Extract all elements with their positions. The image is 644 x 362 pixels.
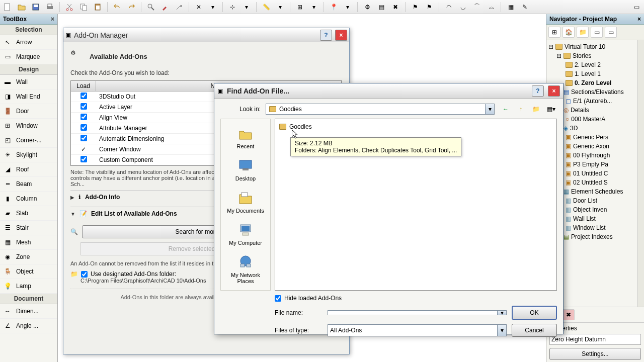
find-close-button[interactable]: × — [548, 85, 560, 97]
grid-icon[interactable]: ⊞ — [294, 2, 305, 13]
place-mydocs[interactable]: My Documents — [221, 186, 270, 218]
tool-angle[interactable]: ∠Angle ... — [0, 319, 57, 333]
panel-icon[interactable]: ▭ — [631, 2, 642, 13]
dropdown3-icon[interactable]: ▾ — [275, 2, 286, 13]
tool-roof[interactable]: ◢Roof — [0, 162, 57, 177]
tool2-icon[interactable]: ▤ — [376, 2, 387, 13]
hide-loaded-checkbox[interactable] — [275, 295, 281, 302]
tree-level2[interactable]: 2. Level 2 — [546, 60, 644, 69]
tool-object[interactable]: 🪑Object — [0, 264, 57, 279]
layout-icon[interactable]: ▦ — [505, 2, 516, 13]
flag2-icon[interactable]: ⚑ — [424, 2, 435, 13]
chk-3dstudio[interactable] — [80, 93, 87, 99]
views-icon[interactable]: ▦▾ — [545, 104, 557, 115]
eyedropper-icon[interactable] — [159, 2, 171, 13]
redo-icon[interactable] — [126, 2, 137, 13]
nav-btn2[interactable]: 🏠 — [562, 27, 575, 38]
tool-corner[interactable]: ◰Corner-... — [0, 133, 57, 148]
chk-alignview[interactable] — [80, 114, 87, 120]
dropdown-icon[interactable]: ▾ — [207, 2, 218, 13]
tool-mesh[interactable]: ▦Mesh — [0, 235, 57, 250]
filename-dropdown-icon[interactable]: ▾ — [497, 311, 506, 315]
addon-close-button[interactable]: × — [335, 30, 347, 41]
file-list[interactable]: Goodies Size: 2.12 MB Folders: Align Ele… — [275, 119, 557, 291]
chk-attrmgr[interactable] — [80, 124, 87, 131]
ruler-icon[interactable]: 📏 — [261, 2, 272, 13]
place-network[interactable]: My Network Places — [221, 250, 270, 288]
filename-input[interactable]: ▾ — [328, 310, 507, 315]
addon-titlebar[interactable]: ▣ Add-On Manager ? × — [63, 28, 349, 42]
nav-bottom-btn2[interactable]: ✖ — [562, 309, 575, 320]
print-icon[interactable] — [44, 2, 55, 13]
settings-button[interactable]: Settings... — [549, 348, 641, 360]
copy-icon[interactable] — [78, 2, 89, 13]
save-icon[interactable] — [30, 2, 41, 13]
type-combo[interactable]: All Add-Ons ▾ — [328, 324, 507, 336]
tree-stories[interactable]: ⊟Stories — [546, 51, 644, 60]
up-icon[interactable]: ↑ — [515, 104, 527, 115]
find-help-button[interactable]: ? — [532, 85, 544, 97]
cancel-button[interactable]: Cancel — [512, 324, 557, 337]
tool-skylight[interactable]: ☀Skylight — [0, 148, 57, 162]
nav-btn3[interactable]: 📁 — [577, 27, 589, 38]
undo-icon[interactable] — [112, 2, 123, 13]
tool-arrow[interactable]: ↖Arrow — [0, 35, 57, 50]
place-mycomp[interactable]: My Computer — [221, 218, 270, 250]
tool-window[interactable]: ⊞Window — [0, 119, 57, 133]
arc4-icon[interactable]: ⌓ — [486, 2, 497, 13]
toolbox-close-icon[interactable]: × — [51, 16, 54, 23]
tool-stair[interactable]: ☰Stair — [0, 221, 57, 235]
tool-slab[interactable]: ▰Slab — [0, 206, 57, 221]
arc3-icon[interactable]: ⌒ — [471, 2, 482, 13]
tree-level1[interactable]: 1. Level 1 — [546, 69, 644, 78]
tool-beam[interactable]: ━Beam — [0, 177, 57, 192]
nav-btn4[interactable]: ▭ — [591, 27, 603, 38]
tool-dimen[interactable]: ↔Dimen... — [0, 304, 57, 319]
lookin-combo[interactable]: Goodies ▾ — [266, 104, 495, 115]
dropdown4-icon[interactable]: ▾ — [308, 2, 319, 13]
tree-root[interactable]: ⊟Virtual Tutor 10 — [546, 42, 644, 51]
back-icon[interactable]: ← — [500, 104, 512, 115]
place-recent[interactable]: Recent — [221, 121, 270, 153]
datum-combo[interactable]: Zero Height Datumn — [549, 334, 641, 345]
tool-column[interactable]: ▮Column — [0, 192, 57, 206]
navigator-close-icon[interactable]: × — [637, 16, 641, 23]
tool-wallend[interactable]: ◨Wall End — [0, 89, 57, 104]
dropdown5-icon[interactable]: ▾ — [342, 2, 353, 13]
place-desktop[interactable]: Desktop — [221, 153, 270, 186]
tool-zone[interactable]: ◉Zone — [0, 250, 57, 264]
pen-icon[interactable]: ✎ — [519, 2, 530, 13]
marker-icon[interactable]: 📍 — [328, 2, 339, 13]
addon-help-button[interactable]: ? — [320, 30, 332, 41]
list-item-goodies[interactable]: Goodies — [278, 122, 553, 131]
tool1-icon[interactable]: ⚙ — [362, 2, 373, 13]
tool-marquee[interactable]: ▭Marquee — [0, 50, 57, 64]
lookin-dropdown-icon[interactable]: ▾ — [485, 104, 494, 114]
designated-checkbox[interactable] — [81, 271, 88, 278]
ok-button[interactable]: OK — [512, 306, 557, 320]
snap2-icon[interactable]: ⊹ — [227, 2, 238, 13]
nav-btn5[interactable]: ▭ — [605, 27, 617, 38]
tool3-icon[interactable]: ✖ — [390, 2, 401, 13]
arc1-icon[interactable]: ◠ — [443, 2, 454, 13]
paste-icon[interactable] — [92, 2, 103, 13]
snap-icon[interactable]: ✕ — [193, 2, 204, 13]
syringe-icon[interactable] — [174, 2, 185, 13]
newfolder-icon[interactable]: 📁 — [530, 104, 542, 115]
cut-icon[interactable] — [64, 2, 75, 13]
dropdown2-icon[interactable]: ▾ — [241, 2, 252, 13]
nav-scrollbar[interactable] — [637, 40, 644, 307]
chk-custom[interactable] — [80, 156, 87, 162]
tool-lamp[interactable]: 💡Lamp — [0, 279, 57, 294]
type-dropdown-icon[interactable]: ▾ — [497, 325, 506, 336]
open-file-icon[interactable] — [16, 2, 27, 13]
col-load[interactable]: Load — [71, 81, 96, 91]
tool-wall[interactable]: ▬Wall — [0, 75, 57, 89]
find-titlebar[interactable]: ▣ Find Add-On File... ? × — [214, 83, 563, 99]
chk-activelayer[interactable] — [80, 103, 87, 110]
flag-icon[interactable]: ⚑ — [410, 2, 421, 13]
nav-btn1[interactable]: ⊞ — [548, 27, 560, 38]
arc2-icon[interactable]: ◡ — [457, 2, 468, 13]
zoom-icon[interactable] — [145, 2, 156, 13]
new-file-icon[interactable] — [2, 2, 13, 13]
